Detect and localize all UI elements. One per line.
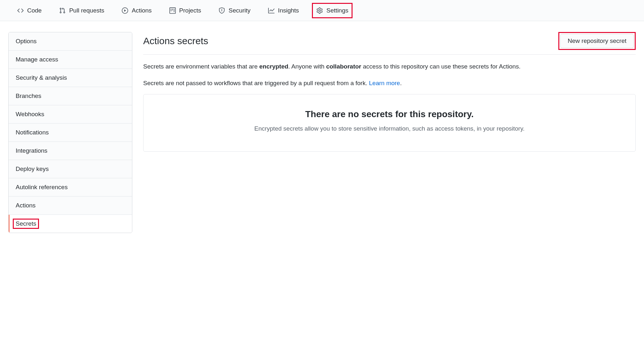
sidebar-item-label: Integrations [16,147,47,154]
sidebar-item-autolink-references[interactable]: Autolink references [9,178,132,197]
tab-settings-label: Settings [326,7,348,14]
sidebar-item-branches[interactable]: Branches [9,87,132,105]
sidebar-item-security-analysis[interactable]: Security & analysis [9,69,132,87]
tab-actions-label: Actions [132,7,151,14]
sidebar-item-label: Security & analysis [16,74,67,81]
sidebar-item-options[interactable]: Options [9,32,132,51]
sidebar-item-notifications[interactable]: Notifications [9,124,132,142]
subhead: Actions secrets New repository secret [143,32,636,55]
sidebar-item-actions[interactable]: Actions [9,197,132,215]
sidebar-item-manage-access[interactable]: Manage access [9,51,132,69]
new-repository-secret-button[interactable]: New repository secret [560,34,634,48]
tab-settings[interactable]: Settings [312,3,353,18]
tab-insights-label: Insights [278,7,299,14]
tab-code[interactable]: Code [13,3,46,18]
sidebar-item-label: Actions [16,202,35,209]
settings-sidebar: Options Manage access Security & analysi… [8,32,132,233]
sidebar-item-label: Branches [16,93,41,99]
learn-more-link[interactable]: Learn more [369,80,400,86]
graph-icon [268,7,275,14]
sidebar-item-deploy-keys[interactable]: Deploy keys [9,160,132,178]
empty-secrets-blankslate: There are no secrets for this repository… [143,94,636,152]
sidebar-item-webhooks[interactable]: Webhooks [9,105,132,124]
page-title: Actions secrets [143,36,208,46]
code-icon [17,7,24,14]
sidebar-item-integrations[interactable]: Integrations [9,142,132,160]
tab-pull-requests[interactable]: Pull requests [55,3,108,18]
new-secret-highlight: New repository secret [558,32,636,50]
tab-insights[interactable]: Insights [264,3,303,18]
tab-projects-label: Projects [179,7,201,14]
main-content: Actions secrets New repository secret Se… [143,32,636,233]
sidebar-item-label: Autolink references [16,184,68,190]
sidebar-item-label: Manage access [16,56,58,63]
blankslate-subtext: Encrypted secrets allow you to store sen… [154,125,625,132]
tab-security[interactable]: Security [214,3,255,18]
shield-icon [218,7,225,14]
tab-actions[interactable]: Actions [117,3,156,18]
project-icon [169,7,176,14]
tab-security-label: Security [229,7,251,14]
sidebar-item-label: Secrets [13,219,39,229]
sidebar-item-label: Deploy keys [16,165,49,172]
sidebar-item-label: Notifications [16,129,49,136]
sidebar-item-label: Webhooks [16,111,44,117]
play-icon [121,7,128,14]
gear-icon [316,7,323,14]
sidebar-item-secrets[interactable]: Secrets [9,215,132,233]
sidebar-item-label: Options [16,38,36,44]
tab-code-label: Code [27,7,42,14]
description-paragraph-2: Secrets are not passed to workflows that… [143,78,636,88]
layout: Options Manage access Security & analysi… [0,21,644,244]
git-pull-request-icon [59,7,66,14]
repo-navigation: Code Pull requests Actions Projects Secu… [0,0,644,21]
settings-menu: Options Manage access Security & analysi… [8,32,132,233]
description-paragraph-1: Secrets are environment variables that a… [143,62,636,71]
tab-pull-requests-label: Pull requests [69,7,104,14]
tab-projects[interactable]: Projects [165,3,206,18]
blankslate-heading: There are no secrets for this repository… [154,109,625,119]
